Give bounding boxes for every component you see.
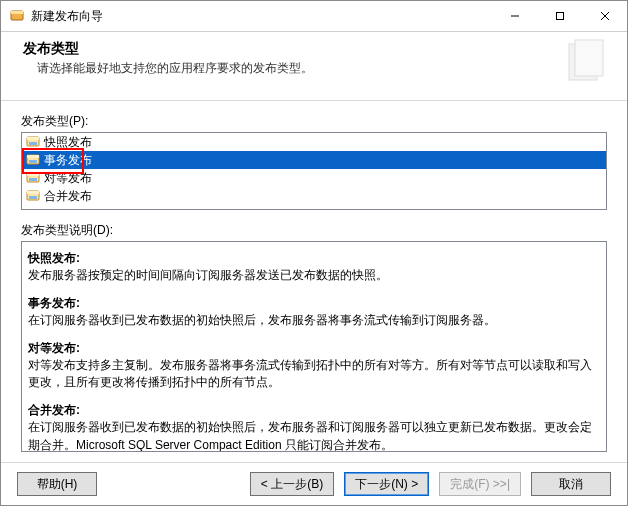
svg-rect-7 — [29, 142, 37, 145]
list-item[interactable]: 合并发布 — [22, 187, 606, 205]
close-button[interactable] — [582, 1, 627, 31]
svg-rect-6 — [27, 137, 39, 140]
publication-type-description[interactable]: 快照发布:发布服务器按预定的时间间隔向订阅服务器发送已发布数据的快照。事务发布:… — [21, 241, 607, 452]
svg-rect-13 — [29, 178, 37, 181]
help-button[interactable]: 帮助(H) — [17, 472, 97, 496]
publication-icon — [26, 171, 40, 185]
titlebar: 新建发布向导 — [1, 1, 627, 32]
list-item-label: 事务发布 — [44, 152, 602, 169]
desc-section-title: 合并发布: — [28, 402, 600, 419]
list-item-label: 合并发布 — [44, 188, 602, 205]
desc-section-body: 对等发布支持多主复制。发布服务器将事务流式传输到拓扑中的所有对等方。所有对等节点… — [28, 357, 600, 392]
list-item-label: 对等发布 — [44, 170, 602, 187]
list-item[interactable]: 事务发布 — [22, 151, 606, 169]
desc-section-title: 快照发布: — [28, 250, 600, 267]
svg-rect-10 — [29, 160, 37, 163]
svg-rect-2 — [556, 13, 563, 20]
cancel-button[interactable]: 取消 — [531, 472, 611, 496]
publication-type-list[interactable]: 快照发布事务发布对等发布合并发布 — [21, 132, 607, 210]
app-icon — [9, 8, 25, 24]
desc-section-body: 在订阅服务器收到已发布数据的初始快照后，发布服务器将事务流式传输到订阅服务器。 — [28, 312, 600, 329]
minimize-button[interactable] — [492, 1, 537, 31]
list-item-label: 快照发布 — [44, 134, 602, 151]
back-button[interactable]: < 上一步(B) — [250, 472, 334, 496]
list-item[interactable]: 快照发布 — [22, 133, 606, 151]
desc-section-title: 事务发布: — [28, 295, 600, 312]
banner-subtitle: 请选择能最好地支持您的应用程序要求的发布类型。 — [37, 60, 553, 77]
banner-icon — [563, 38, 611, 86]
type-list-label: 发布类型(P): — [21, 113, 607, 130]
desc-section-title: 对等发布: — [28, 340, 600, 357]
svg-rect-9 — [27, 155, 39, 158]
desc-section-body: 在订阅服务器收到已发布数据的初始快照后，发布服务器和订阅服务器可以独立更新已发布… — [28, 419, 600, 452]
desc-section-body: 发布服务器按预定的时间间隔向订阅服务器发送已发布数据的快照。 — [28, 267, 600, 284]
svg-rect-12 — [27, 173, 39, 176]
next-button[interactable]: 下一步(N) > — [344, 472, 429, 496]
publication-icon — [26, 189, 40, 203]
maximize-button[interactable] — [537, 1, 582, 31]
wizard-banner: 发布类型 请选择能最好地支持您的应用程序要求的发布类型。 — [1, 32, 627, 101]
svg-rect-15 — [27, 191, 39, 194]
publication-icon — [26, 135, 40, 149]
list-item[interactable]: 对等发布 — [22, 169, 606, 187]
finish-button: 完成(F) >>| — [439, 472, 521, 496]
window-controls — [492, 1, 627, 31]
window-title: 新建发布向导 — [31, 8, 492, 25]
banner-title: 发布类型 — [23, 40, 553, 58]
wizard-footer: 帮助(H) < 上一步(B) 下一步(N) > 完成(F) >>| 取消 — [1, 462, 627, 505]
svg-rect-16 — [29, 196, 37, 199]
wizard-content: 发布类型(P): 快照发布事务发布对等发布合并发布 发布类型说明(D): 快照发… — [1, 101, 627, 462]
type-desc-label: 发布类型说明(D): — [21, 222, 607, 239]
svg-rect-4 — [575, 40, 603, 76]
wizard-window: 新建发布向导 发布类型 请选择能最好地支持您的应用程序要求的发布类型。 — [0, 0, 628, 506]
publication-icon — [26, 153, 40, 167]
svg-rect-1 — [11, 11, 23, 14]
